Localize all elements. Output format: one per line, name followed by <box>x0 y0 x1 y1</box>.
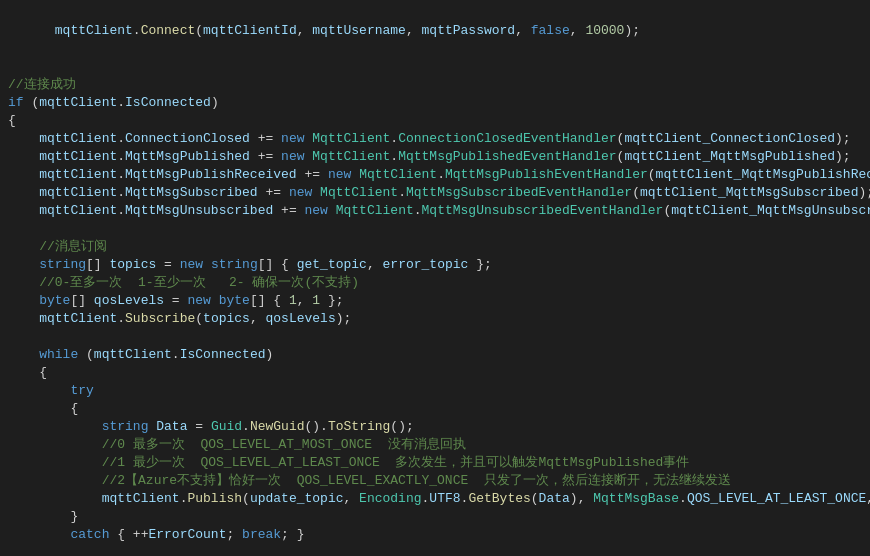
code-line: mqttClient.Subscribe(topics, qosLevels); <box>0 310 870 328</box>
code-line: //1 最少一次 QOS_LEVEL_AT_LEAST_ONCE 多次发生，并且… <box>0 454 870 472</box>
code-line: mqttClient.Connect(mqttClientId, mqttUse… <box>0 4 870 58</box>
code-line: byte[] qosLevels = new byte[] { 1, 1 }; <box>0 292 870 310</box>
code-line: mqttClient.MqttMsgUnsubscribed += new Mq… <box>0 202 870 220</box>
code-line <box>0 328 870 346</box>
code-line: mqttClient.MqttMsgPublished += new MqttC… <box>0 148 870 166</box>
code-line: //0 最多一次 QOS_LEVEL_AT_MOST_ONCE 没有消息回执 <box>0 436 870 454</box>
code-line <box>0 544 870 556</box>
code-container: mqttClient.Connect(mqttClientId, mqttUse… <box>0 0 870 556</box>
code-line: //0-至多一次 1-至少一次 2- 确保一次(不支持) <box>0 274 870 292</box>
code-line: string Data = Guid.NewGuid().ToString(); <box>0 418 870 436</box>
code-line: { <box>0 364 870 382</box>
code-line: catch { ++ErrorCount; break; } <box>0 526 870 544</box>
code-line <box>0 220 870 238</box>
code-line: { <box>0 400 870 418</box>
code-line: try <box>0 382 870 400</box>
code-line: mqttClient.ConnectionClosed += new MqttC… <box>0 130 870 148</box>
code-line: if (mqttClient.IsConnected) <box>0 94 870 112</box>
code-line: //消息订阅 <box>0 238 870 256</box>
code-line: string[] topics = new string[] { get_top… <box>0 256 870 274</box>
code-line: //连接成功 <box>0 76 870 94</box>
code-line: mqttClient.MqttMsgSubscribed += new Mqtt… <box>0 184 870 202</box>
code-line: //2【Azure不支持】恰好一次 QOS_LEVEL_EXACTLY_ONCE… <box>0 472 870 490</box>
code-line: while (mqttClient.IsConnected) <box>0 346 870 364</box>
code-line: { <box>0 112 870 130</box>
code-line: mqttClient.Publish(update_topic, Encodin… <box>0 490 870 508</box>
code-line <box>0 58 870 76</box>
code-line: } <box>0 508 870 526</box>
code-line: mqttClient.MqttMsgPublishReceived += new… <box>0 166 870 184</box>
